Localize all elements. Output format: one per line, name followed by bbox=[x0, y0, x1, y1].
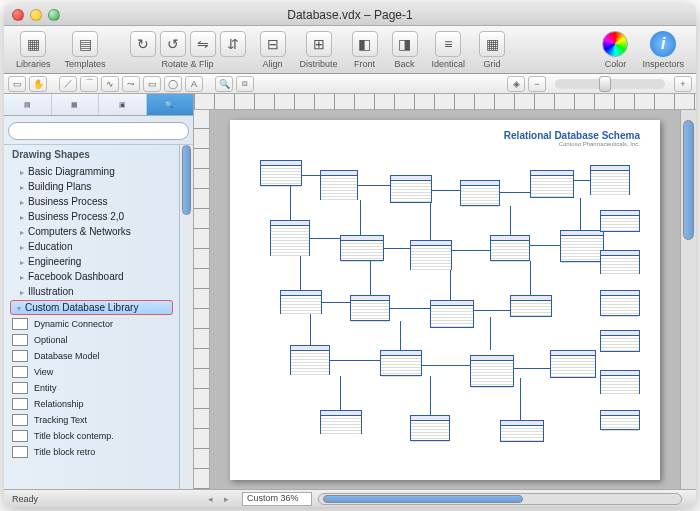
stencil-item[interactable]: Database Model bbox=[4, 348, 179, 364]
connector-line[interactable] bbox=[430, 203, 431, 240]
arc-tool-icon[interactable]: ⌒ bbox=[80, 76, 98, 92]
entity-box[interactable] bbox=[460, 180, 500, 206]
connector-line[interactable] bbox=[430, 376, 431, 415]
connector-line[interactable] bbox=[390, 308, 430, 309]
entity-box[interactable] bbox=[510, 295, 552, 317]
entity-box[interactable] bbox=[350, 295, 390, 321]
toolbar-icon[interactable]: ▤ bbox=[72, 31, 98, 57]
zoom-slider[interactable] bbox=[555, 79, 665, 89]
toolbar-icon[interactable]: ⇵ bbox=[220, 31, 246, 57]
curve-tool-icon[interactable]: ∿ bbox=[101, 76, 119, 92]
connector-line[interactable] bbox=[432, 190, 460, 191]
connector-line[interactable] bbox=[452, 250, 490, 251]
connector-line[interactable] bbox=[340, 376, 341, 410]
line-tool-icon[interactable]: ／ bbox=[59, 76, 77, 92]
page[interactable]: Relational Database Schema Contoso Pharm… bbox=[230, 120, 660, 480]
zoom-in-icon[interactable]: + bbox=[674, 76, 692, 92]
sidebar-scrollbar[interactable] bbox=[179, 145, 193, 490]
stencil-item[interactable]: Title block retro bbox=[4, 444, 179, 460]
page-next-icon[interactable]: ▸ bbox=[218, 494, 234, 504]
connector-line[interactable] bbox=[358, 185, 390, 186]
entity-box[interactable] bbox=[560, 230, 604, 262]
close-button[interactable] bbox=[12, 9, 24, 21]
toolbar-icon[interactable]: ↺ bbox=[160, 31, 186, 57]
toolbar-icon[interactable]: ◨ bbox=[392, 31, 418, 57]
crop-tool-icon[interactable]: ⧈ bbox=[236, 76, 254, 92]
connector-line[interactable] bbox=[400, 321, 401, 350]
entity-box[interactable] bbox=[320, 170, 358, 200]
stencil-item[interactable]: Relationship bbox=[4, 396, 179, 412]
connector-line[interactable] bbox=[370, 261, 371, 295]
toolbar-icon[interactable]: ◧ bbox=[352, 31, 378, 57]
entity-box[interactable] bbox=[600, 330, 640, 352]
tree-item[interactable]: Business Process bbox=[4, 194, 179, 209]
entity-box[interactable] bbox=[600, 410, 640, 430]
toolbar-icon[interactable]: ⊞ bbox=[306, 31, 332, 57]
entity-box[interactable] bbox=[600, 250, 640, 274]
connector-line[interactable] bbox=[490, 317, 491, 350]
drawing-canvas[interactable]: Relational Database Schema Contoso Pharm… bbox=[210, 110, 680, 489]
connector-line[interactable] bbox=[384, 248, 410, 249]
connector-line[interactable] bbox=[290, 186, 291, 220]
toolbar-icon[interactable]: ▦ bbox=[20, 31, 46, 57]
tree-item[interactable]: Education bbox=[4, 239, 179, 254]
rect-tool-icon[interactable]: ▭ bbox=[143, 76, 161, 92]
connector-line[interactable] bbox=[500, 192, 530, 193]
color-wheel-icon[interactable] bbox=[602, 31, 628, 57]
stencil-item[interactable]: Entity bbox=[4, 380, 179, 396]
tree-item[interactable]: Illustration bbox=[4, 284, 179, 299]
tree-item[interactable]: Business Process 2,0 bbox=[4, 209, 179, 224]
zoom-button[interactable] bbox=[48, 9, 60, 21]
zoom-out-icon[interactable]: − bbox=[528, 76, 546, 92]
entity-box[interactable] bbox=[280, 290, 322, 314]
toolbar-icon[interactable]: ⇋ bbox=[190, 31, 216, 57]
toolbar-icon[interactable]: ⊟ bbox=[260, 31, 286, 57]
toolbar-icon[interactable]: ↻ bbox=[130, 31, 156, 57]
stencil-item[interactable]: Tracking Text bbox=[4, 412, 179, 428]
sidebar-tab-3[interactable]: ▣ bbox=[99, 94, 147, 115]
entity-box[interactable] bbox=[550, 350, 596, 378]
entity-box[interactable] bbox=[390, 175, 432, 203]
zoom-select[interactable]: Custom 36% bbox=[242, 492, 312, 506]
stencil-item[interactable]: Dynamic Connector bbox=[4, 316, 179, 332]
toolbar-icon[interactable]: ▦ bbox=[479, 31, 505, 57]
entity-box[interactable] bbox=[410, 240, 452, 270]
connector-line[interactable] bbox=[520, 378, 521, 420]
connector-line[interactable] bbox=[580, 198, 581, 230]
connector-line[interactable] bbox=[510, 206, 511, 235]
connector-line[interactable] bbox=[574, 180, 590, 181]
connector-tool-icon[interactable]: ⤳ bbox=[122, 76, 140, 92]
connector-line[interactable] bbox=[450, 270, 451, 300]
tree-item[interactable]: Engineering bbox=[4, 254, 179, 269]
titlebar[interactable]: Database.vdx – Page-1 bbox=[4, 4, 696, 26]
entity-box[interactable] bbox=[380, 350, 422, 376]
entity-box[interactable] bbox=[530, 170, 574, 198]
sidebar-tab-1[interactable]: ▤ bbox=[4, 94, 52, 115]
search-input[interactable] bbox=[8, 122, 189, 140]
tree-item-selected[interactable]: Custom Database Library bbox=[10, 300, 173, 315]
inspectors-icon[interactable]: i bbox=[650, 31, 676, 57]
connector-line[interactable] bbox=[514, 368, 550, 369]
connector-line[interactable] bbox=[300, 256, 301, 290]
zoom-tool-icon[interactable]: 🔍 bbox=[215, 76, 233, 92]
entity-box[interactable] bbox=[270, 220, 310, 256]
sidebar-tab-search[interactable]: 🔍 bbox=[147, 94, 194, 115]
snap-icon[interactable]: ◈ bbox=[507, 76, 525, 92]
entity-box[interactable] bbox=[410, 415, 450, 441]
stencil-item[interactable]: Title block contemp. bbox=[4, 428, 179, 444]
tree-item[interactable]: Building Plans bbox=[4, 179, 179, 194]
tree-item[interactable]: Computers & Networks bbox=[4, 224, 179, 239]
tree-item[interactable]: Basic Diagramming bbox=[4, 164, 179, 179]
minimize-button[interactable] bbox=[30, 9, 42, 21]
stencil-item[interactable]: Optional bbox=[4, 332, 179, 348]
hand-tool-icon[interactable]: ✋ bbox=[29, 76, 47, 92]
entity-box[interactable] bbox=[290, 345, 330, 375]
entity-box[interactable] bbox=[490, 235, 530, 261]
connector-line[interactable] bbox=[302, 175, 320, 176]
ellipse-tool-icon[interactable]: ◯ bbox=[164, 76, 182, 92]
connector-line[interactable] bbox=[422, 365, 470, 366]
connector-line[interactable] bbox=[330, 360, 380, 361]
entity-box[interactable] bbox=[590, 165, 630, 195]
connector-line[interactable] bbox=[310, 314, 311, 345]
entity-box[interactable] bbox=[600, 210, 640, 232]
